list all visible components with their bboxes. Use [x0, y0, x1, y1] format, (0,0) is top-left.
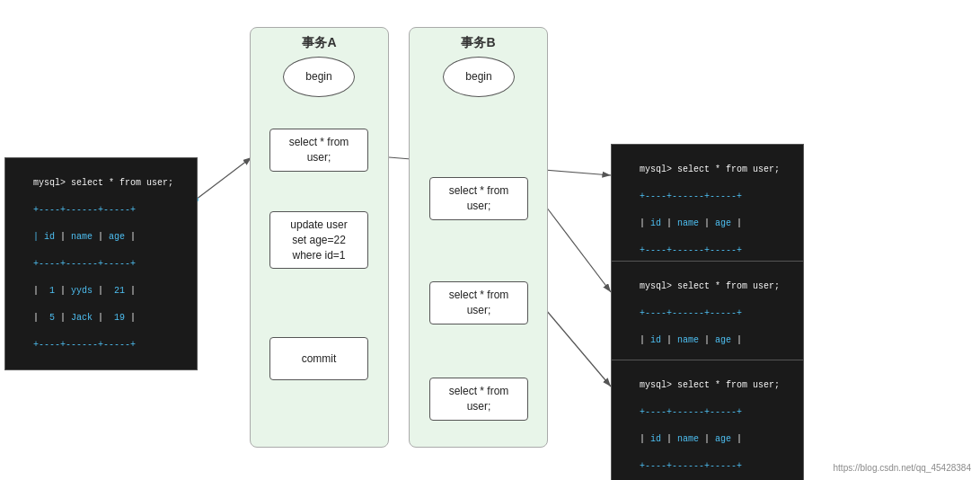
b-select1-node: select * fromuser; — [429, 177, 528, 220]
a-begin-node: begin — [283, 57, 355, 97]
svg-line-12 — [546, 310, 611, 387]
diagram-container: 事务A 事务B begin select * fromuser; update … — [0, 0, 980, 480]
svg-line-7 — [196, 157, 252, 200]
watermark: https://blog.csdn.net/qq_45428384 — [834, 463, 971, 473]
a-select1-node: select * fromuser; — [269, 129, 368, 172]
transaction-b-header: 事务B — [410, 28, 547, 55]
transaction-a-header: 事务A — [251, 28, 388, 55]
b-begin-node: begin — [443, 57, 515, 97]
console-right-bot: mysql> select * from user; +----+------+… — [611, 360, 804, 480]
b-select3-node: select * fromuser; — [429, 378, 528, 421]
console-left: mysql> select * from user; +----+------+… — [4, 157, 198, 370]
a-commit-node: commit — [269, 337, 368, 380]
a-update-node: update userset age=22where id=1 — [269, 211, 368, 269]
b-select2-node: select * fromuser; — [429, 281, 528, 324]
svg-line-11 — [546, 207, 611, 292]
